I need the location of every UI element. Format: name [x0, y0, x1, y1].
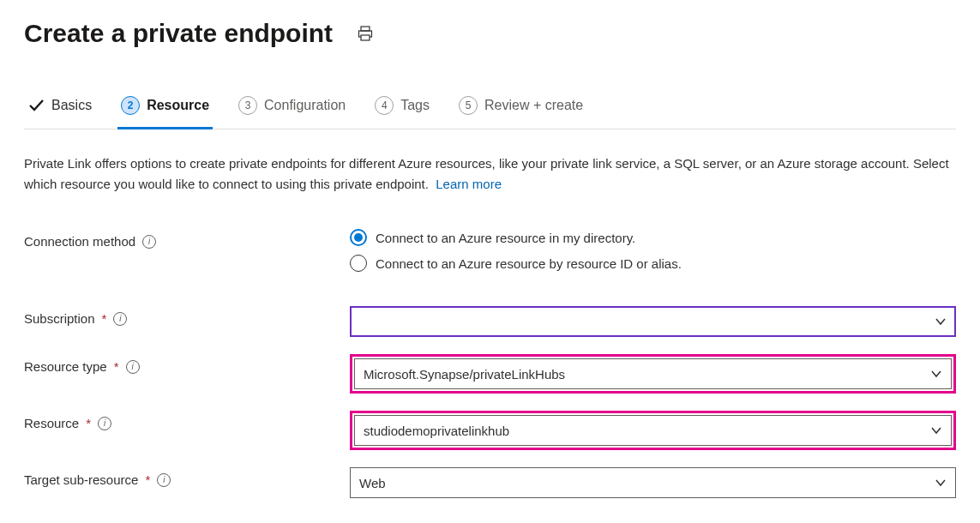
connection-method-option-resourceid[interactable]: Connect to an Azure resource by resource… — [350, 255, 956, 272]
resource-type-label: Resource type — [24, 359, 107, 374]
info-icon[interactable]: i — [157, 473, 171, 487]
svg-rect-0 — [361, 27, 370, 31]
step-3-icon: 3 — [238, 96, 257, 115]
tab-tags[interactable]: 4 Tags — [371, 86, 433, 129]
info-icon[interactable]: i — [142, 235, 156, 249]
page-title: Create a private endpoint — [24, 19, 333, 48]
target-sub-resource-label: Target sub-resource — [24, 472, 138, 487]
step-5-icon: 5 — [459, 96, 478, 115]
step-4-icon: 4 — [375, 96, 394, 115]
print-icon[interactable] — [353, 21, 377, 45]
description-text: Private Link offers options to create pr… — [24, 153, 956, 195]
chevron-down-icon — [935, 477, 947, 489]
chevron-down-icon — [930, 368, 942, 380]
resource-select[interactable]: studiodemoprivatelinkhub — [354, 415, 952, 446]
resource-type-value: Microsoft.Synapse/privateLinkHubs — [364, 367, 565, 382]
check-icon — [27, 97, 45, 114]
highlight-resource-type: Microsoft.Synapse/privateLinkHubs — [350, 354, 956, 394]
info-icon[interactable]: i — [126, 360, 140, 374]
target-sub-resource-value: Web — [359, 476, 386, 490]
tab-review-create-label: Review + create — [484, 98, 583, 113]
connection-method-option-resourceid-label: Connect to an Azure resource by resource… — [376, 256, 682, 271]
resource-label: Resource — [24, 416, 79, 430]
resource-value: studiodemoprivatelinkhub — [364, 424, 509, 438]
tab-resource[interactable]: 2 Resource — [117, 86, 213, 129]
radio-selected-icon — [350, 229, 367, 246]
highlight-resource: studiodemoprivatelinkhub — [350, 411, 956, 450]
info-icon[interactable]: i — [98, 417, 111, 430]
info-icon[interactable]: i — [113, 312, 127, 326]
resource-type-select[interactable]: Microsoft.Synapse/privateLinkHubs — [354, 358, 952, 389]
tab-tags-label: Tags — [400, 98, 430, 113]
required-marker: * — [145, 472, 150, 487]
connection-method-group: Connect to an Azure resource in my direc… — [350, 229, 956, 272]
connection-method-option-directory-label: Connect to an Azure resource in my direc… — [376, 231, 635, 245]
tab-configuration[interactable]: 3 Configuration — [235, 86, 349, 129]
radio-icon — [350, 255, 367, 272]
target-sub-resource-select[interactable]: Web — [350, 467, 956, 498]
tabs: Basics 2 Resource 3 Configuration 4 Tags… — [24, 86, 956, 129]
tab-review-create[interactable]: 5 Review + create — [455, 86, 586, 129]
connection-method-option-directory[interactable]: Connect to an Azure resource in my direc… — [350, 229, 956, 246]
subscription-label: Subscription — [24, 311, 95, 326]
required-marker: * — [114, 359, 119, 374]
tab-basics-label: Basics — [51, 98, 92, 113]
chevron-down-icon — [935, 316, 947, 328]
required-marker: * — [86, 416, 91, 430]
required-marker: * — [102, 311, 107, 326]
subscription-select[interactable] — [350, 306, 956, 337]
connection-method-label: Connection method — [24, 234, 135, 249]
tab-configuration-label: Configuration — [264, 98, 346, 113]
svg-rect-2 — [361, 35, 370, 40]
learn-more-link[interactable]: Learn more — [436, 177, 502, 191]
step-2-icon: 2 — [121, 96, 140, 115]
chevron-down-icon — [930, 424, 942, 436]
tab-resource-label: Resource — [147, 98, 209, 113]
tab-basics[interactable]: Basics — [24, 87, 95, 128]
